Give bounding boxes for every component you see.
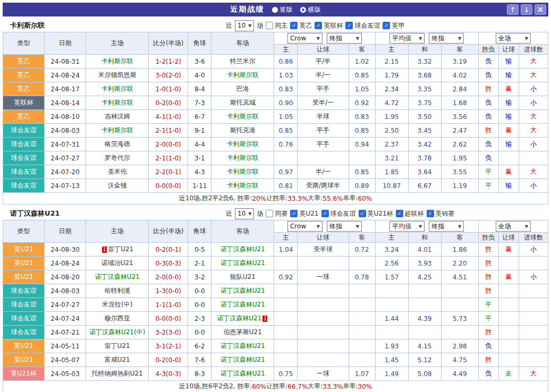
home-team-name[interactable]: 哈特利浦 xyxy=(105,287,130,294)
away-team-name[interactable]: 卡利斯尔联 xyxy=(227,154,259,161)
result-outcome: 负 xyxy=(478,138,498,151)
home-team-name[interactable]: 雷丁U21 xyxy=(108,245,133,253)
match-row: 英U2124-08-301雷丁U210-2(0-1)0-5诺丁汉森林U211.0… xyxy=(3,243,548,257)
col-header-odds-away: 客 xyxy=(349,233,375,243)
home-team-name[interactable]: 吉林汉姆 xyxy=(105,113,130,120)
away-team-name[interactable]: 狼队U21 xyxy=(230,273,256,280)
home-team-cell: 米尔顿凯恩斯 xyxy=(86,69,149,82)
layout-radio-horizontal[interactable]: 横版 xyxy=(300,5,321,14)
away-team-cell: 卡利斯尔联 xyxy=(211,151,274,165)
chevron-down-icon: ▼ xyxy=(419,224,422,229)
home-team-name[interactable]: 诺丁汉森林U21 xyxy=(95,273,140,280)
scope-select[interactable]: 全场▼ xyxy=(496,221,531,232)
odds-away xyxy=(349,284,375,298)
odds-handicap: 受两/两球半 xyxy=(298,179,349,193)
checkbox-icon xyxy=(383,22,390,29)
odds-source-select[interactable]: Crow▼ xyxy=(287,221,323,232)
league-filter[interactable]: 英锦赛 xyxy=(427,209,455,218)
away-team-name[interactable]: 斯托克城 xyxy=(230,99,256,106)
same-home-filter[interactable]: 同主 xyxy=(266,21,287,30)
competition-badge: 英U21 xyxy=(3,257,45,270)
layout-radio-vertical[interactable]: 竖版 xyxy=(272,5,293,14)
home-team-name[interactable]: 诺丁汉森林U21(中) xyxy=(89,328,145,336)
same-competition-filter-label: 同赛 xyxy=(275,209,287,218)
home-team-name[interactable]: 格茨海德 xyxy=(105,140,130,148)
close-button[interactable]: × xyxy=(535,4,546,15)
average-source-select[interactable]: 平均值▼ xyxy=(389,221,425,232)
odds-kind-select[interactable]: 终指▼ xyxy=(327,221,362,232)
summary-value: 30% xyxy=(358,383,372,390)
away-team-name[interactable]: 斯托克港 xyxy=(230,126,256,134)
summary-label: 让胜率: xyxy=(266,194,287,203)
scope-select[interactable]: 全场▼ xyxy=(496,33,531,44)
average-kind-select[interactable]: 终指▼ xyxy=(429,221,464,232)
league-filter[interactable]: 英乙 xyxy=(290,21,312,30)
checkbox-icon xyxy=(359,210,366,217)
home-team-name[interactable]: 卡利斯尔联 xyxy=(101,85,133,92)
col-header-avg-home: 主 xyxy=(375,233,408,243)
match-row: 球会友谊24-07-13沃金顿0-0(0-0)1-11卡利斯尔联0.81受两/两… xyxy=(3,179,548,193)
checkbox-icon xyxy=(396,210,403,217)
league-filter[interactable]: 超联杯 xyxy=(396,209,424,218)
away-team-name[interactable]: 诺丁汉森林U21 xyxy=(221,370,265,377)
away-team-name[interactable]: 诺丁汉森林U21 xyxy=(221,287,265,294)
league-filter[interactable]: 球会友谊 xyxy=(345,21,380,30)
home-team-name[interactable]: 米尔顿凯恩斯 xyxy=(98,71,137,79)
league-filter[interactable]: 英U21杯 xyxy=(359,209,393,218)
match-score: 4-3(0-3) xyxy=(149,367,188,381)
move-up-button[interactable]: ↑ xyxy=(507,4,519,15)
match-count-select[interactable]: 10▼ xyxy=(235,208,254,219)
home-team-name[interactable]: 托特纳姆热刺U21 xyxy=(92,370,143,377)
average-source-select[interactable]: 平均值▼ xyxy=(389,33,425,44)
home-team-name[interactable]: 卡利斯尔联 xyxy=(101,57,133,65)
avg-away: 2.98 xyxy=(441,339,478,353)
league-filter[interactable]: 英甲 xyxy=(383,21,404,30)
match-date: 24-07-20 xyxy=(45,165,86,179)
home-team-name[interactable]: 穆尔西亚 xyxy=(105,314,130,322)
home-team-name[interactable]: 卡利斯尔联 xyxy=(101,99,133,106)
away-team-name[interactable]: 诺丁汉森林U21 xyxy=(221,245,265,253)
red-card-icon: 1 xyxy=(262,316,267,322)
away-team-name[interactable]: 卡利斯尔联 xyxy=(227,168,259,175)
away-team-name[interactable]: 卡利斯尔联 xyxy=(227,71,259,79)
home-team-name[interactable]: 富咸U21 xyxy=(105,356,130,363)
league-filter[interactable]: 英联杯 xyxy=(315,21,343,30)
home-team-name[interactable]: 诺域治U21 xyxy=(101,259,133,267)
odds-home: 0.97 xyxy=(274,165,298,179)
home-team-name[interactable]: 圣米伦 xyxy=(108,168,127,175)
away-team-name[interactable]: 诺丁汉森林U21 xyxy=(221,356,265,363)
odds-source-select[interactable]: Crow▼ xyxy=(287,33,323,44)
home-team-name[interactable]: 罗奇代尔 xyxy=(105,154,130,161)
result-goals xyxy=(519,284,548,298)
result-outcome: 平 xyxy=(478,312,498,326)
home-team-name[interactable]: 雷丁U21 xyxy=(105,342,130,350)
away-team-name[interactable]: 诺丁汉森林U21 xyxy=(221,342,265,350)
match-count-select[interactable]: 10▼ xyxy=(235,20,254,31)
home-team-name[interactable]: 沃金顿 xyxy=(108,182,127,189)
league-filter[interactable]: 英U21 xyxy=(290,209,318,218)
average-kind-select[interactable]: 终指▼ xyxy=(429,33,464,44)
result-outcome: 负 xyxy=(478,55,498,69)
away-team-name[interactable]: 诺丁汉森林U21 xyxy=(217,314,261,322)
same-competition-filter[interactable]: 同赛 xyxy=(266,209,287,218)
move-down-button[interactable]: ↓ xyxy=(521,4,532,15)
away-team-name[interactable]: 卡利斯尔联 xyxy=(227,113,259,120)
away-team-name[interactable]: 诺丁汉森林U21 xyxy=(221,301,265,308)
away-team-name[interactable]: 特兰米尔 xyxy=(230,57,256,65)
away-team-name[interactable]: 巴洛 xyxy=(236,85,249,92)
away-team-name[interactable]: 卡利斯尔联 xyxy=(227,182,259,189)
col-header-odds-away: 客 xyxy=(349,45,375,55)
away-team-name[interactable]: 卡利斯尔联 xyxy=(227,140,259,148)
home-team-name[interactable]: 米涅拉(中) xyxy=(102,301,132,308)
home-team-name[interactable]: 卡利斯尔联 xyxy=(101,126,133,134)
avg-draw: 4.01 xyxy=(408,243,441,257)
corner-score: 8-4 xyxy=(188,82,211,96)
recent-results-panel: 近期战绩 竖版 横版 ↑ ↓ × 卡利斯尔联 近 10▼ 场 同主 英乙英 xyxy=(0,0,551,392)
odds-kind-select[interactable]: 终指▼ xyxy=(327,33,362,44)
league-filter[interactable]: 球会友谊 xyxy=(321,209,356,218)
away-team-name[interactable]: 伯恩茅斯U21 xyxy=(224,328,262,336)
scope-value: 全场 xyxy=(498,34,511,43)
odds-source-value: Crow xyxy=(290,223,306,230)
result-outcome: 胜 xyxy=(478,326,498,339)
away-team-name[interactable]: 诺丁汉森林U21 xyxy=(221,259,265,267)
